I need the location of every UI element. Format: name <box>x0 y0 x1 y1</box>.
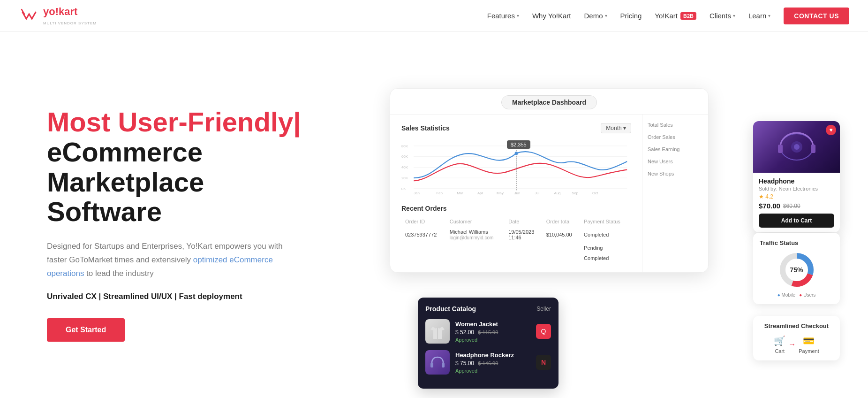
checkout-payment-step: 💳 Payment <box>799 335 819 354</box>
cart-icon: 🛒 <box>774 335 785 346</box>
svg-rect-0 <box>19 6 39 26</box>
catalog-header: Product Catalog Seller <box>425 305 551 313</box>
col-date: Date <box>506 217 542 226</box>
svg-text:Sep: Sep <box>572 191 579 195</box>
clients-chevron-icon: ▾ <box>733 13 735 18</box>
svg-rect-27 <box>811 145 815 153</box>
headphone-seller: Sold by: Neon Electronics <box>759 186 834 191</box>
jacket-icon <box>430 323 445 340</box>
new-users-stat: New Users <box>648 159 703 164</box>
hero-heading-dark: eCommerce Marketplace Software <box>47 137 319 227</box>
new-shops-stat: New Shops <box>648 171 703 176</box>
payment-label: Payment <box>799 348 819 354</box>
nav-clients[interactable]: Clients ▾ <box>709 12 735 20</box>
order-sales-stat: Order Sales <box>648 134 703 140</box>
table-row: Completed <box>402 253 630 263</box>
dashboard-card: Marketplace Dashboard Sales Statistics M… <box>390 88 709 273</box>
svg-text:60K: 60K <box>401 154 408 159</box>
catalog-item: Headphone Rockerz $ 75.00 $ 146.00 Appro… <box>425 350 551 375</box>
demo-chevron-icon: ▾ <box>605 13 607 18</box>
svg-point-12 <box>515 152 518 155</box>
svg-text:20K: 20K <box>401 176 408 180</box>
hero-desc-link[interactable]: optimized eCommerce operations <box>47 255 273 278</box>
catalog-item-name: Headphone Rockerz <box>455 352 530 359</box>
headphone-price-old: $60.00 <box>783 203 800 209</box>
svg-text:40K: 40K <box>401 165 408 169</box>
b2b-badge: B2B <box>680 12 696 20</box>
svg-text:Jan: Jan <box>414 191 420 195</box>
get-started-button[interactable]: Get Started <box>47 318 125 342</box>
orders-table: Order ID Customer Date Order total Payme… <box>401 216 631 264</box>
traffic-title: Traffic Status <box>760 239 833 246</box>
nav-demo[interactable]: Demo ▾ <box>584 12 607 20</box>
catalog-item-icon-2: N <box>536 355 551 370</box>
dashboard-body: Sales Statistics Month ▾ $2,355 <box>390 115 642 272</box>
logo-icon <box>19 6 39 26</box>
sales-stats-title: Sales Statistics <box>401 124 450 132</box>
sales-earning-stat: Sales Earning <box>648 146 703 152</box>
col-total: Order total <box>543 217 580 226</box>
checkout-card: Streamlined Checkout 🛒 Cart → 💳 Payment <box>753 316 840 360</box>
headphone-price-new: $70.00 <box>759 202 780 210</box>
heart-icon[interactable]: ♥ <box>826 125 836 135</box>
product-catalog: Product Catalog Seller Women Jacket $ 52… <box>418 298 559 389</box>
svg-text:Oct: Oct <box>592 191 598 195</box>
learn-chevron-icon: ▾ <box>768 13 770 18</box>
svg-text:Jun: Jun <box>514 191 521 195</box>
svg-rect-24 <box>442 363 445 367</box>
checkout-flow: 🛒 Cart → 💳 Payment <box>761 335 832 354</box>
nav-why-yokart[interactable]: Why Yo!Kart <box>532 12 571 20</box>
total-sales-stat: Total Sales <box>648 122 703 128</box>
logo[interactable]: yo!kart MULTI VENDOR SYSTEM <box>19 6 97 26</box>
hero-description: Designed for Startups and Enterprises, Y… <box>47 240 291 281</box>
hero-left: Most User-Friendly| eCommerce Marketplac… <box>47 107 319 342</box>
svg-text:Mar: Mar <box>457 191 463 195</box>
checkout-cart-step: 🛒 Cart <box>774 335 785 354</box>
svg-point-29 <box>794 144 800 150</box>
catalog-item-pricing: $ 52.00 $ 115.00 <box>455 328 530 336</box>
navbar: yo!kart MULTI VENDOR SYSTEM Features ▾ W… <box>0 0 868 32</box>
logo-subtitle: MULTI VENDOR SYSTEM <box>43 21 97 25</box>
sales-stats-header: Sales Statistics Month ▾ <box>401 123 631 133</box>
catalog-item-image-jacket <box>425 319 450 344</box>
logo-brand: yo!kart <box>43 6 97 18</box>
catalog-title: Product Catalog <box>425 305 476 313</box>
dashboard-stats-panel: Total Sales Order Sales Sales Earning Ne… <box>642 115 708 272</box>
catalog-item-name: Women Jacket <box>455 321 530 328</box>
hero-right: Marketplace Dashboard Sales Statistics M… <box>362 60 830 389</box>
traffic-legend: ● Mobile ● Users <box>760 292 833 298</box>
checkout-title: Streamlined Checkout <box>761 322 832 329</box>
svg-rect-23 <box>430 363 433 367</box>
headphone-product-name: Headphone <box>759 177 834 185</box>
nav-pricing[interactable]: Pricing <box>620 12 642 20</box>
features-chevron-icon: ▾ <box>517 13 519 18</box>
catalog-item: Women Jacket $ 52.00 $ 115.00 Approved Q <box>425 319 551 344</box>
dashboard-header: Marketplace Dashboard <box>390 89 708 115</box>
nav-links: Features ▾ Why Yo!Kart Demo ▾ Pricing Yo… <box>487 8 849 24</box>
catalog-item-info: Headphone Rockerz $ 75.00 $ 146.00 Appro… <box>455 352 530 374</box>
order-status: Pending <box>581 243 630 253</box>
order-total: $10,045.00 <box>543 227 580 242</box>
catalog-item-status: Approved <box>455 368 530 374</box>
headphone-product-image: ♥ <box>753 121 840 173</box>
dashboard-title: Marketplace Dashboard <box>501 95 597 109</box>
traffic-status-card: Traffic Status 75% ● Mobile ● Users <box>753 233 840 304</box>
svg-text:80K: 80K <box>401 144 408 148</box>
headphone-body: Headphone Sold by: Neon Electronics ★ 4.… <box>753 173 840 232</box>
month-selector[interactable]: Month ▾ <box>601 123 631 133</box>
nav-learn[interactable]: Learn ▾ <box>748 12 770 20</box>
nav-features[interactable]: Features ▾ <box>487 12 519 20</box>
recent-orders-title: Recent Orders <box>401 205 631 212</box>
nav-yokart-b2b[interactable]: Yo!Kart B2B <box>655 12 696 20</box>
payment-icon: 💳 <box>803 335 815 346</box>
table-row: 02375937772 Michael Williamslogin@dummyi… <box>402 227 630 242</box>
svg-rect-26 <box>778 145 783 153</box>
contact-us-button[interactable]: CONTACT US <box>784 8 849 24</box>
headphone-rating: ★ 4.2 <box>759 193 834 200</box>
order-date: 19/05/202311:46 <box>506 227 542 242</box>
headphone-prices: $70.00 $60.00 <box>759 202 834 210</box>
col-status: Payment Status <box>581 217 630 226</box>
add-to-cart-button[interactable]: Add to Cart <box>759 214 834 228</box>
svg-text:Aug: Aug <box>554 191 561 195</box>
catalog-item-icon-1: Q <box>536 324 551 339</box>
